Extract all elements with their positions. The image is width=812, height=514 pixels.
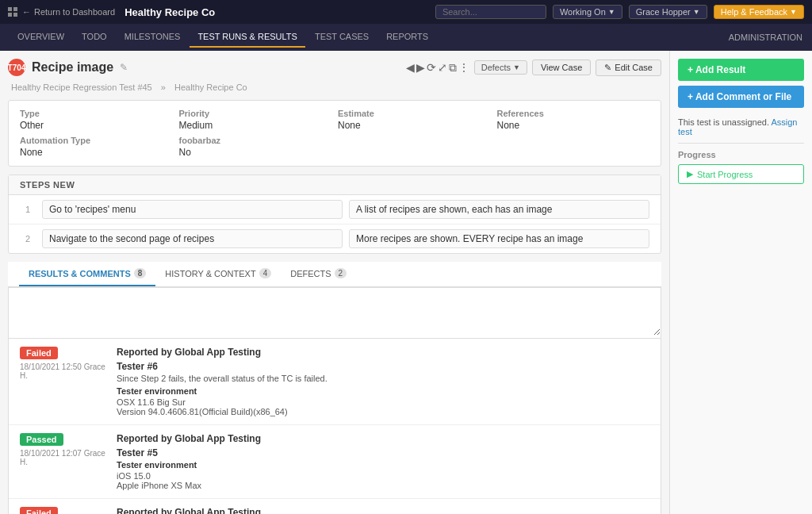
comment-textarea[interactable] [9, 288, 661, 336]
result-item-1: Failed 18/10/2021 12:50 Grace H. Reporte… [9, 339, 661, 425]
view-case-button[interactable]: View Case [532, 59, 591, 75]
step-expected-2[interactable] [349, 229, 649, 248]
tab-results-comments[interactable]: RESULTS & COMMENTS 8 [19, 262, 155, 286]
copy-icon[interactable]: ⧉ [449, 61, 457, 75]
result-source-2: Reported by Global App Testing [117, 433, 649, 444]
step-action-2[interactable] [42, 229, 343, 248]
admin-label: ADMINISTRATION [729, 33, 802, 42]
expand-icon[interactable]: ⤢ [438, 61, 447, 74]
chevron-down-icon: ▼ [790, 8, 797, 16]
estimate-field: Estimate None [338, 109, 491, 131]
result-status-left-3: Failed 18/10/2021 11:53 Grace H. [20, 507, 107, 514]
next-arrow-icon[interactable]: ▶ [416, 61, 425, 74]
steps-header: STEPS NEW [9, 175, 661, 195]
result-env-label-1: Tester environment [117, 386, 649, 396]
nav-test-runs[interactable]: TEST RUNS & RESULTS [190, 27, 305, 48]
breadcrumb-part1[interactable]: Healthy Recipe Regression Test #45 [11, 82, 152, 92]
steps-section: STEPS NEW 1 2 [8, 175, 661, 254]
case-id-badge: T704 [8, 59, 25, 76]
step-row-1: 1 [9, 195, 661, 224]
result-status-left-1: Failed 18/10/2021 12:50 Grace H. [20, 347, 107, 416]
result-detail-3: Reported by Global App Testing Tester #4… [117, 507, 649, 514]
nav-arrows: ◀ ▶ ⟳ ⤢ ⧉ ⋮ [406, 61, 469, 75]
type-field: Type Other [20, 109, 173, 131]
step-row-2: 2 [9, 224, 661, 253]
working-on-button[interactable]: Working On ▼ [553, 5, 622, 19]
case-title-left: T704 Recipe image ✎ [8, 59, 128, 76]
priority-field: Priority Medium [179, 109, 332, 131]
tab-history-context[interactable]: HISTORY & CONTEXT 4 [155, 262, 281, 286]
main-layout: T704 Recipe image ✎ ◀ ▶ ⟳ ⤢ ⧉ ⋮ Defects … [0, 51, 812, 514]
comment-box [8, 287, 661, 339]
step-number-2: 2 [20, 234, 36, 244]
case-header: T704 Recipe image ✎ ◀ ▶ ⟳ ⤢ ⧉ ⋮ Defects … [8, 59, 661, 76]
assign-text: This test is unassigned. Assign test [678, 117, 804, 136]
references-field: References None [497, 109, 650, 131]
result-source-1: Reported by Global App Testing [117, 347, 649, 358]
chevron-down-icon: ▼ [693, 8, 700, 16]
tab-defects[interactable]: DEFECTS 2 [281, 262, 356, 286]
reload-icon[interactable]: ⟳ [427, 61, 436, 74]
breadcrumb-part2[interactable]: Healthy Recipe Co [174, 82, 247, 92]
add-result-button[interactable]: + Add Result [678, 59, 804, 81]
step-action-1[interactable] [42, 200, 343, 219]
progress-label: Progress [678, 143, 804, 159]
tab-badge-results: 8 [134, 268, 147, 278]
foobarbaz-field: foobarbaz No [179, 136, 332, 158]
edit-case-button[interactable]: ✎ Edit Case [596, 59, 661, 76]
help-button[interactable]: Help & Feedback ▼ [714, 5, 804, 19]
chevron-down-icon: ▼ [513, 63, 520, 71]
result-date-1: 18/10/2021 12:50 Grace H. [20, 362, 107, 380]
tab-badge-defects: 2 [335, 268, 347, 278]
status-badge-failed-1: Failed [20, 347, 58, 359]
content-area: T704 Recipe image ✎ ◀ ▶ ⟳ ⤢ ⧉ ⋮ Defects … [0, 51, 669, 514]
result-detail-1: Reported by Global App Testing Tester #6… [117, 347, 649, 416]
nav-todo[interactable]: TODO [74, 27, 115, 48]
tabs-bar: RESULTS & COMMENTS 8 HISTORY & CONTEXT 4… [8, 262, 661, 287]
back-to-dashboard-link[interactable]: ← Return to Dashboard [22, 7, 115, 17]
sidebar: + Add Result + Add Comment or File This … [669, 51, 812, 514]
info-panel: Type Other Priority Medium Estimate None… [8, 100, 661, 167]
automation-type-field: Automation Type None [20, 136, 173, 158]
nav-overview[interactable]: OVERVIEW [10, 27, 72, 48]
result-source-3: Reported by Global App Testing [117, 507, 649, 514]
nav-bar: OVERVIEW TODO MILESTONES TEST RUNS & RES… [0, 24, 812, 51]
step-number-1: 1 [20, 205, 36, 214]
edit-icon: ✎ [604, 63, 611, 73]
case-title: Recipe image [32, 60, 113, 75]
add-comment-button[interactable]: + Add Comment or File [678, 86, 804, 108]
result-tester-1: Tester #6 [117, 361, 649, 372]
user-menu-button[interactable]: Grace Hopper ▼ [629, 5, 707, 19]
prev-arrow-icon[interactable]: ◀ [406, 61, 415, 74]
result-tester-2: Tester #5 [117, 447, 649, 458]
step-expected-1[interactable] [349, 200, 649, 219]
results-list: Failed 18/10/2021 12:50 Grace H. Reporte… [8, 339, 661, 514]
nav-test-cases[interactable]: TEST CASES [307, 27, 377, 48]
nav-milestones[interactable]: MILESTONES [117, 27, 189, 48]
result-date-2: 18/10/2021 12:07 Grace H. [20, 449, 107, 466]
start-progress-button[interactable]: ▶ Start Progress [678, 164, 804, 184]
options-icon[interactable]: ⋮ [458, 61, 469, 74]
app-title: Healthy Recipe Co [124, 6, 435, 18]
result-env-value-1b: Version 94.0.4606.81(Official Build)(x86… [117, 407, 649, 416]
grid-icon [8, 7, 17, 17]
tab-badge-history: 4 [259, 268, 272, 278]
status-badge-failed-3: Failed [20, 507, 58, 514]
case-actions: ◀ ▶ ⟳ ⤢ ⧉ ⋮ Defects ▼ View Case ✎ Edit C… [406, 59, 661, 76]
result-item-2: Passed 18/10/2021 12:07 Grace H. Reporte… [9, 425, 661, 499]
result-env-value-2b: Apple iPhone XS Max [117, 481, 649, 490]
breadcrumb: Healthy Recipe Regression Test #45 » Hea… [8, 82, 661, 92]
nav-reports[interactable]: REPORTS [378, 27, 436, 48]
result-env-value-1a: OSX 11.6 Big Sur [117, 397, 649, 407]
result-note-1: Since Step 2 fails, the overall status o… [117, 374, 649, 383]
result-env-label-2: Tester environment [117, 460, 649, 470]
breadcrumb-separator: » [161, 82, 166, 92]
defects-button[interactable]: Defects ▼ [474, 60, 527, 75]
result-env-value-2a: iOS 15.0 [117, 471, 649, 481]
edit-title-icon[interactable]: ✎ [120, 62, 128, 73]
status-badge-passed-2: Passed [20, 433, 63, 446]
result-item-3: Failed 18/10/2021 11:53 Grace H. Reporte… [9, 499, 661, 514]
search-input[interactable] [435, 5, 546, 19]
play-icon: ▶ [687, 169, 693, 179]
header-right: Working On ▼ Grace Hopper ▼ Help & Feedb… [435, 5, 804, 19]
